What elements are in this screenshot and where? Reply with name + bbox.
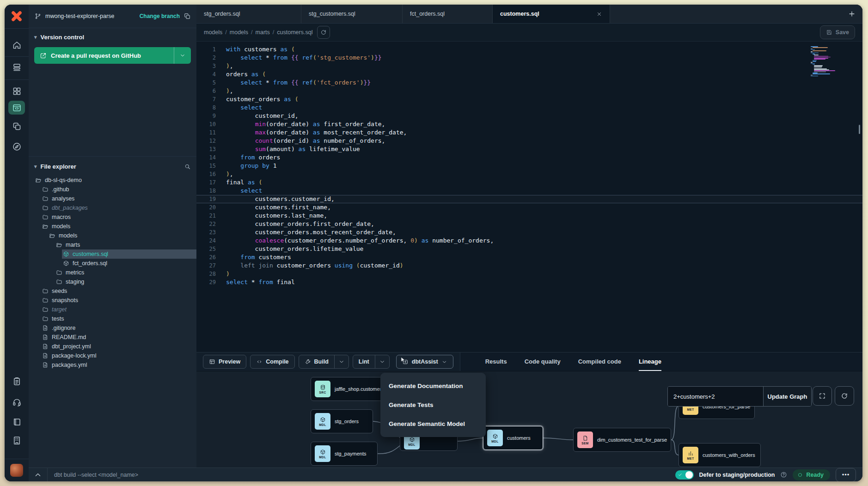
breadcrumb-item[interactable]: marts	[256, 29, 270, 36]
code-line-17[interactable]: 17final as (	[196, 178, 862, 187]
search-icon[interactable]	[184, 163, 191, 170]
ready-status-badge[interactable]: Ready	[793, 469, 830, 480]
tree-item-readme-md[interactable]: README.md	[29, 333, 196, 342]
tab-close-icon[interactable]	[596, 11, 602, 17]
copy-branch-icon[interactable]	[183, 12, 191, 20]
breadcrumb-item[interactable]: models	[230, 29, 248, 36]
update-graph-button[interactable]: Update Graph	[763, 387, 811, 406]
user-avatar[interactable]	[10, 464, 23, 477]
lint-button[interactable]: Lint	[353, 355, 375, 368]
code-line-24[interactable]: 24 coalesce(customer_orders.number_of_or…	[196, 237, 862, 245]
code-line-20[interactable]: 20 customers.first_name,	[196, 203, 862, 212]
preview-button[interactable]: Preview	[203, 355, 246, 369]
create-pr-dropdown[interactable]	[174, 47, 191, 64]
code-line-1[interactable]: 1with customers as (	[196, 45, 862, 54]
code-line-22[interactable]: 22 customer_orders.first_order_date,	[196, 220, 862, 228]
code-line-16[interactable]: 16),	[196, 170, 862, 178]
create-pr-main[interactable]: Create a pull request on GitHub	[34, 47, 174, 64]
tree-item--gitignore[interactable]: .gitignore	[29, 323, 196, 333]
code-line-9[interactable]: 9 customer_id,	[196, 112, 862, 120]
menu-item-generate-documentation[interactable]: Generate Documentation	[380, 377, 486, 395]
file-explorer-header[interactable]: ▾ File explorer	[29, 157, 196, 173]
tree-item-dbt-project-yml[interactable]: dbt_project.yml	[29, 342, 196, 351]
lineage-node-stg-payments[interactable]: MDLstg_payments	[311, 442, 378, 466]
tree-item-target[interactable]: target	[29, 305, 196, 314]
expand-command-bar-icon[interactable]	[33, 470, 43, 480]
code-line-27[interactable]: 27 left join customer_orders using (cust…	[196, 261, 862, 270]
code-line-12[interactable]: 12 count(order_id) as number_of_orders,	[196, 137, 862, 145]
code-line-21[interactable]: 21 customers.last_name,	[196, 212, 862, 220]
code-line-19[interactable]: 19 customers.customer_id,	[196, 195, 862, 203]
lineage-search-input[interactable]	[668, 387, 763, 406]
lineage-fullscreen-button[interactable]	[813, 386, 832, 406]
code-line-3[interactable]: 3),	[196, 62, 862, 70]
code-editor[interactable]: 1with customers as (2 select * from {{ r…	[196, 42, 862, 352]
dbt-assist-button[interactable]: dbtAssist	[396, 355, 453, 369]
menu-item-generate-tests[interactable]: Generate Tests	[380, 395, 486, 414]
result-tab-lineage[interactable]: Lineage	[639, 352, 661, 371]
tree-item-staging[interactable]: staging	[29, 277, 196, 286]
tree-item-tests[interactable]: tests	[29, 314, 196, 323]
editor-tab-stg-orders-sql[interactable]: stg_orders.sql	[196, 5, 301, 23]
tree-item-db-sl-qs-demo[interactable]: db-sl-qs-demo	[29, 176, 196, 185]
editor-scrollbar[interactable]	[859, 125, 860, 134]
code-line-8[interactable]: 8 select	[196, 103, 862, 112]
build-button[interactable]: Build	[299, 355, 334, 368]
tree-item-snapshots[interactable]: snapshots	[29, 296, 196, 305]
code-line-14[interactable]: 14 from orders	[196, 153, 862, 162]
breadcrumb-item[interactable]: customers.sql	[277, 29, 312, 36]
lineage-node-customers-with-orders[interactable]: METcustomers_with_orders	[679, 443, 761, 467]
dbt-logo[interactable]	[9, 9, 24, 24]
command-input[interactable]: dbt build --select <model_name>	[54, 472, 138, 478]
code-line-7[interactable]: 7customer_orders as (	[196, 95, 862, 103]
code-line-25[interactable]: 25 customer_orders.lifetime_value	[196, 245, 862, 253]
tree-item-seeds[interactable]: seeds	[29, 286, 196, 296]
tree-item-fct-orders-sql[interactable]: fct_orders.sql	[29, 259, 196, 268]
code-line-13[interactable]: 13 sum(amount) as lifetime_value	[196, 145, 862, 153]
tree-item-metrics[interactable]: metrics	[29, 268, 196, 277]
lineage-node-customers[interactable]: MDLcustomers	[483, 426, 543, 450]
editor-tab-customers-sql[interactable]: customers.sql	[493, 5, 610, 23]
result-tab-compiled-code[interactable]: Compiled code	[578, 352, 621, 371]
lineage-node-dim-customers-test-for-parse[interactable]: SEMdim_customers_test_for_parse	[573, 428, 671, 452]
save-button[interactable]: Save	[820, 25, 855, 39]
new-tab-icon[interactable]	[848, 10, 856, 18]
tree-item-models[interactable]: models	[29, 222, 196, 231]
code-line-2[interactable]: 2 select * from {{ ref('stg_customers')}…	[196, 54, 862, 62]
editor-tab-fct-orders-sql[interactable]: fct_orders.sql	[403, 5, 493, 23]
code-line-23[interactable]: 23 customer_orders.most_recent_order_dat…	[196, 228, 862, 237]
breadcrumb-item[interactable]: models	[204, 29, 222, 36]
version-control-header[interactable]: ▾ Version control	[34, 34, 191, 41]
tree-item-dbt-packages[interactable]: dbt_packages	[29, 203, 196, 213]
lint-dropdown[interactable]	[375, 355, 389, 368]
result-tab-code-quality[interactable]: Code quality	[525, 352, 561, 371]
code-line-10[interactable]: 10 min(order_date) as first_order_date,	[196, 120, 862, 128]
tree-item-packages-yml[interactable]: packages.yml	[29, 360, 196, 370]
code-line-5[interactable]: 5 select * from {{ ref('fct_orders')}}	[196, 79, 862, 87]
code-line-4[interactable]: 4orders as (	[196, 70, 862, 79]
lineage-node-stg-orders[interactable]: MDLstg_orders	[311, 409, 373, 433]
result-tab-results[interactable]: Results	[485, 352, 507, 371]
tree-item-package-lock-yml[interactable]: package-lock.yml	[29, 351, 196, 360]
build-dropdown[interactable]	[334, 355, 348, 368]
compile-button[interactable]: Compile	[250, 355, 294, 369]
open-node-in-lineage-button[interactable]	[317, 26, 330, 39]
code-line-11[interactable]: 11 max(order_date) as most_recent_order_…	[196, 128, 862, 137]
tree-item-analyses[interactable]: analyses	[29, 194, 196, 203]
defer-toggle[interactable]	[675, 470, 694, 480]
code-line-26[interactable]: 26 from customers	[196, 253, 862, 261]
code-line-28[interactable]: 28)	[196, 270, 862, 278]
menu-item-generate-semantic-model[interactable]: Generate Semantic Model	[380, 414, 486, 433]
code-line-29[interactable]: 29select * from final	[196, 278, 862, 286]
editor-tab-stg-customers-sql[interactable]: stg_customers.sql	[301, 5, 403, 23]
lineage-refresh-button[interactable]	[835, 386, 854, 406]
tree-item-customers-sql[interactable]: customers.sql	[29, 249, 196, 259]
tree-item-models[interactable]: models	[29, 231, 196, 240]
help-icon[interactable]	[780, 471, 787, 478]
code-line-6[interactable]: 6),	[196, 87, 862, 95]
change-branch-link[interactable]: Change branch	[140, 13, 180, 19]
create-pr-button[interactable]: Create a pull request on GitHub	[34, 47, 191, 64]
more-options-button[interactable]: •••	[836, 468, 856, 482]
tree-item--github[interactable]: .github	[29, 185, 196, 194]
tree-item-macros[interactable]: macros	[29, 213, 196, 222]
